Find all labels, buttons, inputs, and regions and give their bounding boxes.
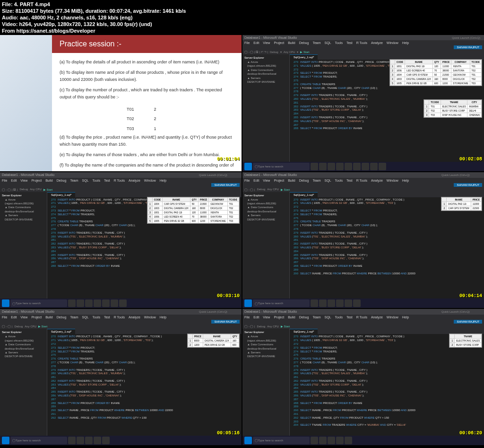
vs-thumbnail-6: Database1 - Microsoft Visual StudioQuick… — [242, 309, 484, 445]
result-grid-qty: PRICEINAMEQTY18000DIGITAL CAMERA 12X1602… — [187, 334, 240, 348]
vs-thumbnail-2: Database1 - Microsoft Visual StudioQuick… — [242, 35, 484, 171]
result-grid-traders[interactable]: TCODETNAMECITY1T01ELECTRONIC SALESMUMBAI… — [424, 99, 482, 118]
taskbar-search[interactable]: ◯ Type here to search — [253, 163, 310, 170]
slide-expected-output: T012 T022 T031 — [116, 104, 167, 134]
result-grid-products[interactable]: CODEINAMEQTYPRICECOMPANYTCODE11001DIGITA… — [389, 59, 482, 86]
server-explorer[interactable]: Server Explorer ▲ Azure (rajput.shivam.8… — [242, 54, 290, 167]
slide-title: Practice session :- — [52, 35, 242, 53]
vs-menu[interactable]: FileEditViewProjectBuildDebugTeamSQLTool… — [242, 40, 484, 45]
file-info-header: File: 4. PART 4.mp4 Size: 81100417 bytes… — [0, 0, 484, 35]
slide-question-c: (c) To display the number of product , w… — [60, 87, 234, 100]
slide-question-d: (d) To display the price , product name … — [60, 134, 234, 148]
user-badge: SHIVAM RAJPUT — [454, 45, 482, 49]
start-icon[interactable] — [244, 163, 252, 170]
slide-question-a: (a) To display the details of all produc… — [60, 59, 234, 65]
result-grid-price-range: INAMEPRICE1DIGITAL PAD 12i110002CAR GPS … — [441, 197, 482, 211]
timestamp-1: 00:01:04 — [217, 157, 240, 162]
slide-question-f: (f) To display the name of the companies… — [60, 162, 234, 171]
slide-thumbnail: Practice session :- (a) To display the d… — [0, 35, 242, 171]
result-grid-tname: TNAME1ELECTRONIC SALES2BUSY STORE CORP — [449, 334, 482, 348]
vs-thumbnail-3: Database1 - Microsoft Visual StudioQuick… — [0, 172, 242, 308]
result-grid-ordered: CODEINAMEQTYPRICECOMPANYTCODE11004CAR GP… — [147, 197, 240, 224]
vs-thumbnail-4: Database1 - Microsoft Visual StudioQuick… — [242, 172, 484, 308]
slide-question-b: (b) To display item name and price of al… — [60, 69, 234, 83]
sql-tab[interactable]: SqlQuery_1.sql* — [290, 54, 318, 60]
vs-thumbnail-5: Database1 - Microsoft Visual StudioQuick… — [0, 309, 242, 445]
windows-taskbar[interactable]: ◯ Type here to search — [242, 162, 484, 171]
thumbnail-grid: Practice session :- (a) To display the d… — [0, 35, 484, 445]
timestamp-2: 00:02:08 — [459, 157, 482, 162]
slide-question-e: (e) To display the names of those trader… — [60, 151, 234, 158]
